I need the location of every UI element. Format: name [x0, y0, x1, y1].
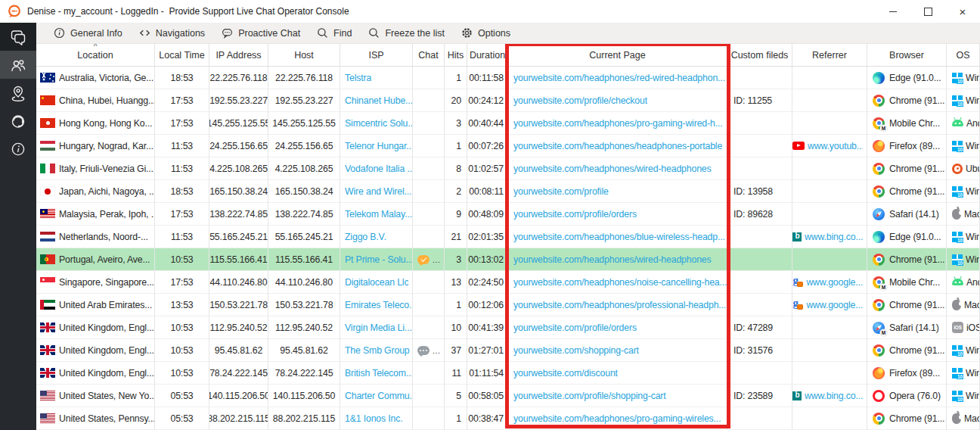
- visitor-row[interactable]: Portugal, Aveiro, Ave...10:53115.55.166.…: [36, 248, 980, 271]
- isp-cell: British Telecom...: [340, 362, 413, 385]
- current-page-link[interactable]: yourwebsite.com/profile/orders: [513, 209, 637, 220]
- isp-link[interactable]: Charter Commu...: [345, 391, 412, 401]
- sidebar-item-info[interactable]: [0, 135, 36, 163]
- referrer-cell: [792, 89, 867, 112]
- sidebar-item-geo-location[interactable]: [0, 79, 36, 107]
- isp-link[interactable]: Telstra: [345, 73, 371, 83]
- visitor-row[interactable]: United Arab Emirates...13:53150.53.221.7…: [36, 294, 980, 316]
- column-header-ip_address[interactable]: IP Address: [209, 44, 268, 67]
- referrer-link[interactable]: www.bing.co...: [805, 391, 863, 401]
- referrer-cell: www.google...: [792, 271, 867, 294]
- chat-active-icon[interactable]: [417, 255, 430, 264]
- visitor-row[interactable]: Australia, Victoria, Ge...18:5322.225.76…: [36, 67, 980, 89]
- au-flag-icon: [40, 73, 55, 83]
- visitor-row[interactable]: Hungary, Nograd, Kar...11:5324.255.156.6…: [36, 135, 980, 157]
- sidebar-item-operators[interactable]: [0, 107, 36, 135]
- isp-link[interactable]: Telekom Malay...: [345, 209, 412, 220]
- column-header-browser[interactable]: Browser: [867, 44, 947, 67]
- visitor-row[interactable]: United Kingdom, Engl...10:53112.95.240.5…: [36, 316, 980, 339]
- hits-cell: 10: [445, 316, 467, 339]
- current-page-link[interactable]: yourwebsite.com/headphones/blue-wireless…: [513, 232, 725, 242]
- current-page-link[interactable]: yourwebsite.com/profile/shopping-cart: [513, 391, 666, 401]
- chat-cell: [413, 67, 445, 89]
- isp-link[interactable]: Wire and Wirel...: [345, 186, 411, 197]
- hits-cell: 2: [445, 180, 467, 203]
- current-page-link[interactable]: yourwebsite.com/discount: [513, 368, 618, 379]
- referrer-link[interactable]: www.youtub...: [808, 141, 863, 151]
- column-header-duration[interactable]: Duration: [467, 44, 508, 67]
- visitor-row[interactable]: Malaysia, Perak, Ipoh, ...17:53138.222.7…: [36, 203, 980, 226]
- visitor-row[interactable]: United Kingdom, Engl...10:5378.24.222.14…: [36, 362, 980, 385]
- isp-link[interactable]: British Telecom...: [345, 368, 412, 379]
- current-page-link[interactable]: yourwebsite.com/headphones/red-wired-hea…: [513, 73, 725, 83]
- browser-label: Chrome (91...: [889, 164, 944, 174]
- sidebar-item-chat-sessions[interactable]: [0, 23, 36, 51]
- navigations-button[interactable]: Navigations: [131, 23, 213, 44]
- column-header-custom_fields[interactable]: Custom fileds: [727, 44, 792, 67]
- options-button[interactable]: Options: [453, 23, 519, 44]
- isp-link[interactable]: Emirates Teleco...: [345, 300, 412, 310]
- visitor-row[interactable]: Italy, Friuli-Venezia Gi...11:534.225.10…: [36, 157, 980, 180]
- isp-link[interactable]: Vodafone Italia ...: [345, 164, 412, 174]
- referrer-cell: www.bing.co...: [792, 226, 867, 248]
- current-page-link[interactable]: yourwebsite.com/headphones/pro-gaming-wi…: [513, 118, 722, 129]
- visitor-row[interactable]: China, Hubei, Huangg...17:53192.55.23.22…: [36, 89, 980, 112]
- current-page-link[interactable]: yourwebsite.com/profile: [513, 186, 609, 197]
- host-cell: 115.55.166.41: [268, 248, 340, 271]
- maximize-button[interactable]: [910, 0, 945, 23]
- column-header-host[interactable]: Host: [268, 44, 340, 67]
- column-header-os[interactable]: OS: [947, 44, 980, 67]
- isp-link[interactable]: The Smb Group: [345, 345, 410, 356]
- isp-cell: 1&1 Ionos Inc.: [340, 407, 413, 430]
- column-header-local_time[interactable]: Local Time: [155, 44, 209, 67]
- isp-link[interactable]: Virgin Media Li...: [345, 322, 412, 333]
- visitor-row[interactable]: Japan, Aichi, Nagoya, ...18:53165.150.38…: [36, 180, 980, 203]
- isp-link[interactable]: Telenor Hungar...: [345, 141, 412, 151]
- visitor-row[interactable]: Hong Kong, Hong Ko...17:53145.255.125.55…: [36, 112, 980, 135]
- chat-idle-icon[interactable]: [417, 346, 430, 355]
- hits-cell: 5: [445, 385, 467, 407]
- column-header-isp[interactable]: ISP: [340, 44, 413, 67]
- visitor-row[interactable]: United States, New Yo...05:53140.115.206…: [36, 385, 980, 407]
- current-page-link[interactable]: yourwebsite.com/headphones/noise-cancell…: [513, 277, 727, 288]
- column-header-location[interactable]: Location: [36, 44, 155, 67]
- current-page-link[interactable]: yourwebsite.com/shopping-cart: [513, 345, 639, 356]
- minimize-button[interactable]: [876, 0, 910, 23]
- column-header-referrer[interactable]: Referrer: [792, 44, 867, 67]
- visitor-row[interactable]: United States, Pennsy...05:5388.202.215.…: [36, 407, 980, 430]
- column-header-chat[interactable]: Chat: [413, 44, 445, 67]
- freeze-the-list-button[interactable]: Freeze the list: [360, 23, 453, 44]
- column-header-current_page[interactable]: Current Page: [508, 44, 727, 67]
- visitor-row[interactable]: Singapore, Singapore...17:5344.110.246.8…: [36, 271, 980, 294]
- isp-link[interactable]: Digitalocean Llc: [345, 277, 408, 288]
- isp-link[interactable]: Ziggo B.V.: [345, 232, 386, 242]
- duration-cell: 00:08:11: [467, 180, 508, 203]
- sidebar-item-visitors[interactable]: [0, 51, 36, 79]
- close-button[interactable]: ×: [945, 0, 980, 23]
- location-cell: United Kingdom, Engl...: [36, 316, 155, 339]
- current-page-link[interactable]: yourwebsite.com/headphones/wired-headpho…: [513, 164, 712, 174]
- browser-cell: MSafari (14.1): [867, 316, 947, 339]
- safari-browser-icon: [873, 208, 885, 220]
- current-page-link[interactable]: yourwebsite.com/profile/checkout: [513, 95, 647, 106]
- current-page-link[interactable]: yourwebsite.com/headphones/pro-gaming-wi…: [513, 413, 721, 424]
- current-page-link[interactable]: yourwebsite.com/headphones/headphones-po…: [513, 141, 722, 151]
- visitor-row[interactable]: United Kingdom, Engl...10:5395.45.81.629…: [36, 339, 980, 362]
- current-page-link[interactable]: yourwebsite.com/headphones/wired-headpho…: [513, 254, 712, 265]
- find-button[interactable]: Find: [309, 23, 360, 44]
- referrer-link[interactable]: www.google...: [806, 300, 863, 310]
- browser-label: Chrome (91...: [889, 254, 944, 265]
- isp-link[interactable]: Pt Prime - Solu...: [345, 254, 412, 265]
- visitor-row[interactable]: Netherlands, Noord-...11:5355.165.245.21…: [36, 226, 980, 248]
- current-page-link[interactable]: yourwebsite.com/headphones/professional-…: [513, 300, 726, 310]
- os-cell: Win: [947, 226, 980, 248]
- isp-link[interactable]: 1&1 Ionos Inc.: [345, 413, 403, 424]
- referrer-link[interactable]: www.google...: [806, 277, 863, 288]
- proactive-chat-button[interactable]: Proactive Chat: [213, 23, 309, 44]
- general-info-button[interactable]: General Info: [45, 23, 131, 44]
- isp-link[interactable]: Chinanet Hube...: [345, 95, 412, 106]
- column-header-hits[interactable]: Hits: [445, 44, 467, 67]
- referrer-link[interactable]: www.bing.co...: [805, 232, 863, 242]
- current-page-link[interactable]: yourwebsite.com/profile/orders: [513, 322, 637, 333]
- isp-link[interactable]: Simcentric Solu...: [345, 118, 412, 129]
